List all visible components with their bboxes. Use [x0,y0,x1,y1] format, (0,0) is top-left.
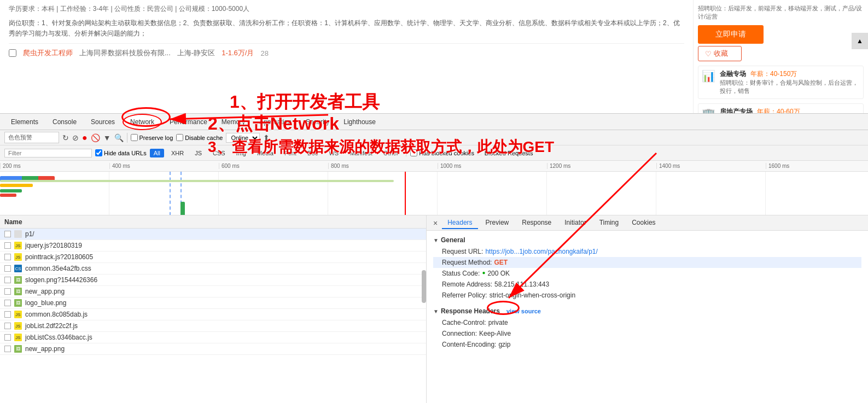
connection-key: Connection: [442,330,477,337]
filter-doc[interactable]: Doc [304,149,322,157]
job-title-link[interactable]: 爬虫开发工程师 [23,48,73,58]
file-item[interactable]: JSjobList.2df22c2f.js [0,320,426,332]
h-tab-response[interactable]: Response [516,217,557,229]
special-cards: 📊 金融专场 年薪：40-150万 招聘职位：财务审计，合规与风险控制，后台运营… [698,66,864,115]
filter-font[interactable]: Font [281,149,300,157]
search-icon[interactable]: 🔍 [114,133,124,142]
job-checkbox[interactable] [9,49,16,57]
file-name: jobList.2df22c2f.js [25,322,78,330]
file-icon: JS [14,311,22,318]
h-tab-headers[interactable]: Headers [442,217,477,229]
file-name: logo_blue.png [25,299,66,307]
company-link[interactable]: 上海同界数据科技股份有限... [79,48,171,58]
file-name: jobListCss.0346bacc.js [25,334,92,341]
file-item[interactable]: CScommon.35e4a2fb.css [0,263,426,274]
throttling-select[interactable]: Online [226,133,260,143]
preserve-log-label[interactable]: Preserve log [131,134,173,141]
view-source-link[interactable]: view source [506,308,541,314]
filter-js[interactable]: JS [191,149,206,157]
headers-tab-bar: × Headers Preview Response Initiator Tim… [427,215,868,231]
file-name: new_app.png [25,345,65,353]
blocked-cookies-checkbox[interactable] [410,149,417,156]
file-checkbox [4,300,11,306]
filter-xhr[interactable]: XHR [167,149,188,157]
h-tab-initiator[interactable]: Initiator [559,217,591,229]
file-list-body[interactable]: p1/JSjquery.js?20180319JSpointtrack.js?2… [0,229,426,403]
general-section-header[interactable]: ▼ General [433,234,861,246]
timeline-marker [405,172,406,215]
file-checkbox [4,323,11,329]
tab-lighthouse[interactable]: Lighthouse [337,114,382,130]
filter-img[interactable]: Img [232,149,250,157]
file-item[interactable]: 🖼new_app.png [0,286,426,297]
stop-icon[interactable]: ⊘ [72,133,79,142]
tab-application[interactable]: Application [253,114,298,130]
file-item[interactable]: p1/ [0,229,426,240]
tab-security[interactable]: Security [299,114,336,130]
file-list-panel: Name p1/JSjquery.js?20180319JSpointtrack… [0,215,427,403]
file-item[interactable]: JScommon.8c085dab.js [0,309,426,320]
clear-icon[interactable]: 🚫 [91,133,100,142]
filter-icon[interactable]: ▼ [103,133,111,142]
job-desc: 岗位职责：1、针对复杂的网站架构主动获取相关数据信息；2、负责数据获取、清洗和分… [9,18,684,39]
collect-button[interactable]: ♡ 收藏 [698,46,742,61]
remote-address-row: Remote Address: 58.215.111.13:443 [433,279,861,290]
filter-manifest[interactable]: Manifest [346,149,376,157]
file-checkbox [4,346,11,352]
file-checkbox [4,231,11,237]
refresh-icon[interactable]: ↻ [62,133,69,142]
filter-all[interactable]: All [150,149,164,157]
file-item[interactable]: JSjobListCss.0346bacc.js [0,332,426,343]
filter-media[interactable]: Media [253,149,277,157]
file-name: jquery.js?20180319 [25,242,82,249]
scroll-up-button[interactable]: ▲ [852,33,868,49]
file-item[interactable]: JSjquery.js?20180319 [0,240,426,252]
ruler-1400ms: 1400 ms [656,163,766,169]
finance-card[interactable]: 📊 金融专场 年薪：40-150万 招聘职位：财务审计，合规与风险控制，后台运营… [698,66,864,99]
apply-button[interactable]: 立即申请 [698,25,764,44]
content-encoding-row: Content-Encoding: gzip [433,339,861,350]
preserve-log-checkbox[interactable] [131,134,138,141]
request-method-val: GET [494,259,508,266]
tab-memory[interactable]: Memory [215,114,252,130]
record-icon[interactable]: ● [82,133,88,143]
filter-input[interactable] [4,149,92,157]
hide-data-urls-label[interactable]: Hide data URLs [95,149,147,156]
filter-css[interactable]: CSS [209,149,229,157]
h-tab-cookies[interactable]: Cookies [626,217,661,229]
disable-cache-label[interactable]: Disable cache [176,134,223,141]
status-code-row: Status Code: ● 200 OK [433,268,861,279]
file-item[interactable]: 🖼logo_blue.png [0,297,426,309]
hide-data-urls-checkbox[interactable] [95,149,102,156]
file-icon: CS [14,265,22,272]
filter-ws[interactable]: WS [325,149,342,157]
file-item[interactable]: 🖼new_app.png [0,343,426,355]
right-sidebar: 招聘职位：后端开发，前端开发，移动端开发，测试，产品/设计/运营 立即申请 ♡ … [693,0,868,114]
ruler-1000ms: 1000 ms [438,163,547,169]
file-item[interactable]: JSpointtrack.js?20180605 [0,252,426,263]
file-name: slogen.png?1544426366 [25,276,97,284]
file-item[interactable]: 🖼slogen.png?1544426366 [0,274,426,286]
waterfall-area [0,172,868,215]
file-name: pointtrack.js?20180605 [25,253,93,261]
content-encoding-val: gzip [498,341,510,348]
cache-control-val: private [488,319,508,326]
response-headers-label: Response Headers [441,307,500,315]
ruler-800ms: 800 ms [328,163,438,169]
filter-other[interactable]: Other [380,149,403,157]
close-button[interactable]: × [431,219,440,227]
upload-icon[interactable]: ⬆ [263,133,270,142]
tab-elements[interactable]: Elements [4,114,45,130]
response-headers-section[interactable]: ▼ Response Headers view source [433,305,861,317]
disable-cache-checkbox[interactable] [176,134,183,141]
blocked-cookies-label[interactable]: Has blocked cookies [410,149,474,156]
h-tab-timing[interactable]: Timing [594,217,625,229]
tab-sources[interactable]: Sources [84,114,121,130]
tab-console[interactable]: Console [46,114,83,130]
tab-performance[interactable]: Performance [163,114,214,130]
ruler-200ms: 200 ms [0,163,109,169]
h-tab-preview[interactable]: Preview [480,217,515,229]
tab-network[interactable]: Network [123,114,162,130]
scrollbar-thumb[interactable] [422,270,426,303]
request-url-val[interactable]: https://job...1job.com/pachongkaifa/p1/ [485,248,597,255]
